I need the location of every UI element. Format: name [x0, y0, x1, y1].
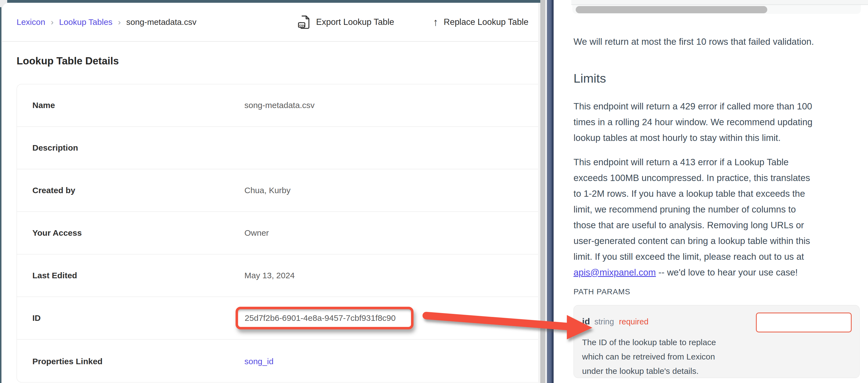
paragraph-text: -- we'd love to hear your use case! [656, 267, 798, 277]
param-description: The ID of the lookup table to replace wh… [582, 335, 759, 378]
table-row-id: ID 25d7f2b6-6901-4e8a-9457-7cbf931f8c90 [17, 297, 538, 340]
window-top-edge [7, 0, 554, 3]
table-row-created-by: Created by Chua, Kurby [17, 169, 538, 212]
row-label: Your Access [32, 228, 82, 238]
docs-intro-text: We will return at most the first 10 rows… [574, 34, 867, 49]
replace-button-label: Replace Lookup Table [444, 17, 528, 27]
table-row-name: Name song-metadata.csv [17, 84, 538, 127]
param-type: string [594, 317, 614, 326]
row-label: Name [32, 101, 55, 110]
breadcrumb-separator-icon: › [51, 18, 54, 27]
param-header: id string required [582, 316, 649, 327]
lexicon-window: Lexicon › Lookup Tables › song-metadata.… [2, 3, 538, 383]
breadcrumb-current-file: song-metadata.csv [126, 18, 196, 27]
breadcrumb: Lexicon › Lookup Tables › song-metadata.… [17, 15, 196, 29]
limits-heading: Limits [574, 71, 606, 86]
breadcrumb-separator-icon: › [118, 18, 121, 27]
limits-paragraph-413: This endpoint will return a 413 error if… [574, 154, 867, 280]
row-label: Last Edited [32, 271, 77, 280]
param-name: id [582, 316, 590, 327]
row-value: song-metadata.csv [244, 101, 314, 110]
row-label: Created by [32, 186, 75, 195]
header-divider [2, 41, 538, 42]
breadcrumb-lookup-tables-link[interactable]: Lookup Tables [59, 18, 113, 27]
paragraph-text: This endpoint will return a 413 error if… [574, 157, 810, 262]
row-label: ID [32, 313, 41, 323]
svg-text:csv: csv [299, 24, 305, 27]
id-param-input[interactable] [756, 313, 852, 333]
left-window-scrollbar-track [538, 3, 540, 383]
table-row-properties-linked: Properties Linked song_id [17, 340, 538, 383]
lookup-table-details-card: Name song-metadata.csv Description Creat… [17, 84, 538, 382]
row-value: Owner [244, 228, 269, 238]
row-label: Properties Linked [32, 357, 102, 366]
row-label: Description [32, 143, 78, 152]
apis-mixpanel-email-link[interactable]: apis@mixpanel.com [574, 267, 656, 277]
table-row-your-access: Your Access Owner [17, 212, 538, 254]
left-window-scrollbar-thumb[interactable] [540, 0, 545, 383]
id-param-card: id string required The ID of the lookup … [574, 305, 860, 378]
param-required-badge: required [619, 317, 648, 326]
csv-file-icon: csv [298, 15, 311, 29]
docs-top-strip [571, 0, 868, 5]
limits-paragraph-429: This endpoint will return a 429 error if… [574, 98, 867, 146]
lookup-table-id-value: 25d7f2b6-6901-4e8a-9457-7cbf931f8c90 [245, 313, 396, 322]
docs-horizontal-scrollbar-thumb[interactable] [576, 6, 767, 13]
replace-lookup-table-button[interactable]: ↑ Replace Lookup Table [433, 14, 538, 30]
table-row-description: Description [17, 127, 538, 169]
id-value-highlight-box: 25d7f2b6-6901-4e8a-9457-7cbf931f8c90 [236, 307, 413, 329]
row-value: Chua, Kurby [244, 186, 290, 195]
song-id-property-link[interactable]: song_id [244, 357, 274, 366]
upload-arrow-icon: ↑ [433, 17, 438, 27]
breadcrumb-lexicon-link[interactable]: Lexicon [17, 18, 45, 27]
window-split-bar [547, 0, 554, 383]
row-value: May 13, 2024 [244, 271, 295, 280]
export-lookup-table-button[interactable]: csv Export Lookup Table [298, 14, 394, 30]
path-params-section-label: PATH PARAMS [574, 287, 630, 296]
table-row-last-edited: Last Edited May 13, 2024 [17, 254, 538, 297]
window-left-edge [0, 7, 1, 383]
export-button-label: Export Lookup Table [316, 17, 394, 27]
page-title: Lookup Table Details [17, 55, 119, 67]
